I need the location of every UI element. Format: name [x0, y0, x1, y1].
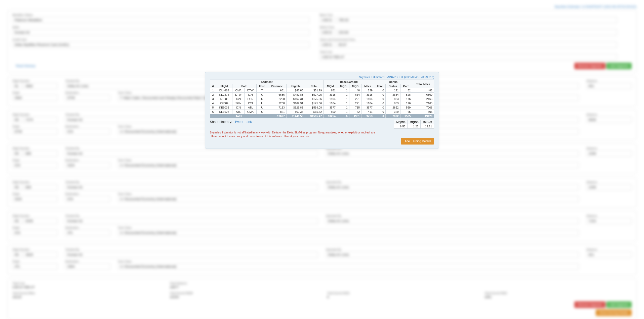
segment-section: Flight NumberKE3628Ticketed ByKorean Air…: [8, 245, 636, 275]
th-bonus-status: Status: [386, 84, 400, 88]
th-bonus-card: Card: [400, 84, 412, 88]
totals-section: Total CostUSD $ 7085.47 Total Distance19…: [8, 278, 636, 319]
table-row: 2KE7274DTWICNU6636$487.83$527.9533181664…: [210, 93, 434, 97]
base-cost-currency[interactable]: USD $: [320, 17, 335, 23]
table-row: 5KE5035ICNATLU7153$525.83$569.0835771715…: [210, 105, 434, 110]
th-path: Path: [232, 84, 256, 88]
version-link-modal[interactable]: Skymiles Estimator 1.0-SNAPSHOT (2022-06…: [210, 76, 434, 79]
total-cost-label-2: Total Cost: [12, 282, 160, 285]
total-cost-value-2: USD $ 7085.47: [12, 285, 160, 289]
th-mqs: MQS: [337, 84, 349, 88]
total-miles-label: Total Earned Miles: [12, 292, 160, 295]
miles-per-dollar: 12.21: [421, 124, 434, 129]
th-mqd: MQD: [349, 84, 361, 88]
tax-fees-currency: USD $: [320, 42, 335, 48]
airline-fees-input[interactable]: 203.90: [336, 29, 617, 36]
th-mqm: MQM: [324, 84, 337, 88]
card-select[interactable]: Delta SkyMiles Reserve Card (AmEx): [12, 42, 310, 48]
modal-disclaimer: Skymiles Estimator is not affiliated in …: [210, 131, 381, 138]
th-distance: Distance: [268, 84, 287, 88]
add-segment-button-2[interactable]: Add Segment: [606, 301, 632, 308]
total-cost-display: USD $ 7085.47: [320, 54, 617, 60]
seller-select[interactable]: Korean Air: [12, 29, 310, 36]
add-segment-button[interactable]: Add Segment: [606, 63, 632, 69]
segment-section: Flight NumberKE684Ticketed ByKorean AirO…: [8, 177, 636, 207]
th-total: Total: [305, 84, 324, 88]
version-link-top[interactable]: Skymiles Estimator 1.0-SNAPSHOT (2022-06…: [8, 5, 636, 9]
th-segment-group: Segment: [210, 80, 324, 84]
th-total-miles: Total Miles: [412, 80, 434, 88]
share-label: Share Itinerary:: [210, 120, 232, 124]
th-num: #: [210, 84, 216, 88]
th-miles-per-dollar: Miles/$: [421, 120, 434, 124]
remove-segment-button[interactable]: Remove Segment: [574, 63, 606, 69]
airline-fees-label: Airline Fees: [320, 26, 617, 29]
th-bonus-fare: Fare: [374, 84, 385, 88]
table-row: 6KE3628ATLOMAU821$60.35$65.3250018241103…: [210, 110, 434, 114]
total-distance-value: 19677: [170, 285, 317, 289]
earning-table: Segment Base Earning Bonus Total Miles #…: [210, 80, 434, 118]
total-mqm-value: 10254: [170, 295, 317, 299]
total-mqd-value: 1951: [485, 295, 632, 299]
table-row: 4KE684SGNICNU2208$162.31$175.66110412211…: [210, 101, 434, 105]
th-flight: Flight: [216, 84, 232, 88]
th-miles: Miles: [361, 84, 374, 88]
base-cost-label: Base Cost: [320, 13, 617, 16]
total-mqm-label: Total Earned MQM: [170, 292, 317, 295]
medallion-label: Medallion Status: [12, 13, 310, 16]
total-miles-value: 19120: [12, 295, 160, 299]
total-mqd-label: Total Earned MQD: [485, 292, 632, 295]
airline-fees-currency: USD $: [320, 29, 335, 36]
total-cost-label: Total Cost: [320, 50, 617, 53]
mqd-per-dollar: 1.25: [408, 124, 421, 129]
show-earning-details-button[interactable]: Show Earning Details: [596, 309, 632, 316]
reset-itinerary-link[interactable]: Reset Itinerary: [12, 63, 39, 69]
table-row: 1DL4682OMADTWT651$47.86$51.7965114823901…: [210, 88, 434, 93]
total-distance-label: Total Distance: [170, 282, 317, 285]
earning-details-modal: Skymiles Estimator 1.0-SNAPSHOT (2022-06…: [205, 72, 439, 149]
th-base-group: Base Earning: [324, 80, 374, 84]
total-mqs-label: Total Earned MQS: [327, 292, 474, 295]
card-label: Credit Card: [12, 38, 310, 41]
base-cost-input[interactable]: 785.30: [336, 17, 617, 23]
hide-earning-details-button[interactable]: Hide Earning Details: [401, 138, 434, 145]
table-row: 3KE685ICNSGNU2208$162.31$175.66110412211…: [210, 97, 434, 101]
th-mqm-per-dollar: MQM/$: [394, 120, 408, 124]
link-link[interactable]: Link: [246, 120, 252, 124]
remove-segment-button-2[interactable]: Remove Segment: [574, 301, 606, 308]
background-form: Skymiles Estimator 1.0-SNAPSHOT (2022-06…: [0, 0, 644, 319]
seller-label: Seller: [12, 26, 310, 29]
th-bonus-group: Bonus: [374, 80, 412, 84]
total-mqs-value: 6: [327, 295, 474, 299]
total-row: Total19677$1446.50$1565.4710254619519753…: [210, 114, 434, 118]
th-mqd-per-dollar: MQD/$: [408, 120, 421, 124]
medallion-select[interactable]: Platinum Medallion: [12, 17, 310, 23]
trip-config-section: Medallion Status Platinum Medallion Base…: [8, 10, 636, 73]
tax-fees-input[interactable]: 90.87: [336, 42, 617, 48]
tweet-link[interactable]: Tweet: [235, 120, 244, 124]
ratios-table: MQM/$ MQD/$ Miles/$ 6.55 1.25 12.21: [394, 120, 434, 129]
mqm-per-dollar: 6.55: [394, 124, 408, 129]
th-fare: Fare: [256, 84, 268, 88]
th-eligible: Eligible: [286, 84, 305, 88]
tax-fees-label: Taxes and Government Fees: [320, 38, 617, 41]
segment-section: Flight NumberKE5035Ticketed ByKorean Air…: [8, 211, 636, 241]
